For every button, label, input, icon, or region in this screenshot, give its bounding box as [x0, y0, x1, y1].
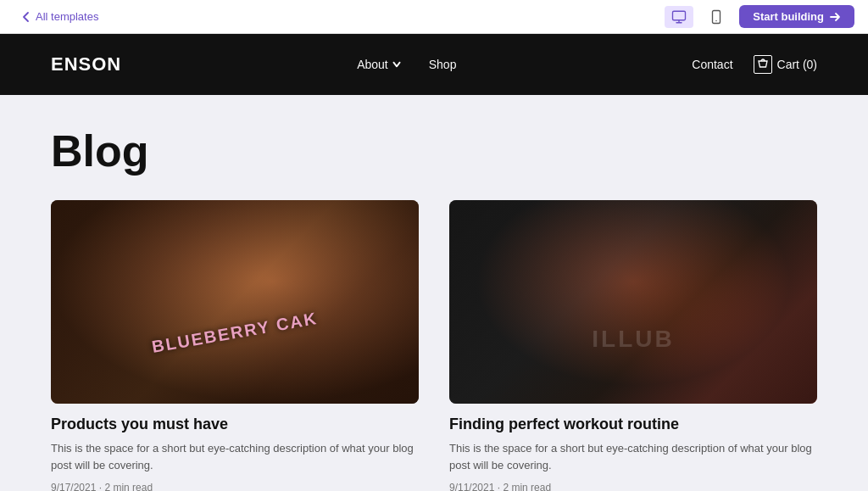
blog-card-meta-1: 9/17/2021 · 2 min read: [51, 482, 419, 491]
arrow-right-icon: [829, 11, 841, 23]
start-building-button[interactable]: Start building: [739, 5, 854, 28]
shopping-bag-icon: [757, 59, 769, 70]
nav-shop[interactable]: Shop: [429, 58, 457, 71]
toolbar: All templates Start building: [0, 0, 868, 34]
blog-card-1[interactable]: Products you must have This is the space…: [51, 200, 419, 491]
mobile-view-button[interactable]: [702, 6, 731, 28]
start-building-label: Start building: [753, 10, 824, 23]
site-header: ENSON About Shop Contact Cart (0): [0, 34, 868, 95]
toolbar-right: Start building: [665, 5, 854, 28]
cart-label: Cart (0): [777, 58, 817, 71]
desktop-view-button[interactable]: [665, 6, 693, 28]
blog-card-desc-1: This is the space for a short but eye-ca…: [51, 440, 419, 473]
nav-contact-label: Contact: [692, 58, 732, 71]
blog-title: Blog: [51, 126, 817, 176]
nav-contact[interactable]: Contact: [692, 58, 732, 71]
blog-image-2: [449, 200, 817, 404]
toolbar-left: All templates: [14, 7, 105, 26]
blog-content: Blog Products you must have This is the …: [0, 95, 868, 491]
site-logo: ENSON: [51, 53, 121, 75]
site-nav-right: Contact Cart (0): [692, 55, 817, 74]
blog-image-1: [51, 200, 419, 404]
nav-about[interactable]: About: [357, 58, 402, 71]
cart-icon: [754, 55, 772, 74]
svg-rect-0: [673, 11, 686, 20]
blog-card-2[interactable]: Finding perfect workout routine This is …: [449, 200, 817, 491]
chevron-down-icon: [392, 59, 402, 70]
back-label: All templates: [36, 10, 98, 23]
cart-button[interactable]: Cart (0): [754, 55, 817, 74]
site-nav: About Shop: [357, 58, 456, 71]
desktop-icon: [671, 9, 687, 25]
chevron-left-icon: [20, 11, 32, 23]
nav-shop-label: Shop: [429, 58, 457, 71]
mobile-icon: [709, 9, 724, 25]
blog-grid: Products you must have This is the space…: [51, 200, 817, 491]
svg-point-2: [715, 20, 717, 21]
blog-card-meta-2: 9/11/2021 · 2 min read: [449, 482, 817, 491]
back-button[interactable]: All templates: [14, 7, 105, 26]
blog-card-desc-2: This is the space for a short but eye-ca…: [449, 440, 817, 473]
nav-about-label: About: [357, 58, 388, 71]
blog-card-title-2: Finding perfect workout routine: [449, 416, 817, 433]
blog-card-title-1: Products you must have: [51, 416, 419, 433]
